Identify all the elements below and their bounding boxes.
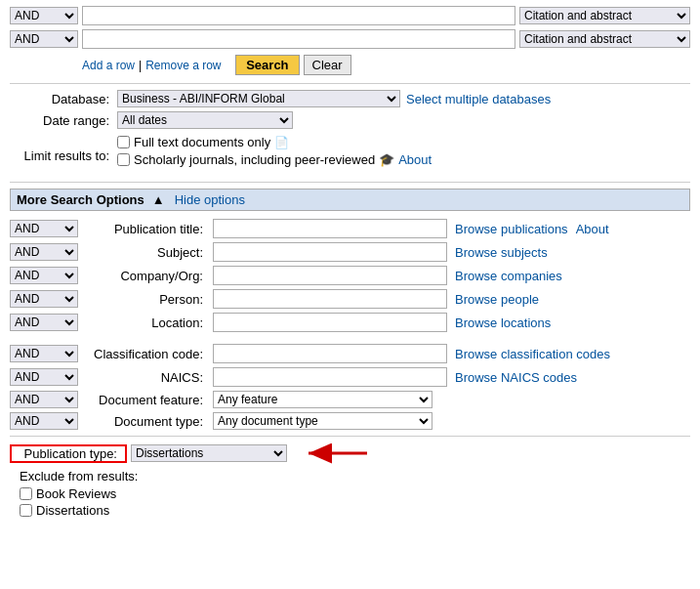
doc-feature-label: Document feature: (82, 393, 209, 407)
operator-select-1[interactable]: ANDORNOT (10, 7, 78, 24)
company-label: Company/Org: (82, 269, 209, 283)
doc-feature-row: ANDORNOT Document feature: Any feature C… (10, 391, 690, 408)
company-operator[interactable]: ANDORNOT (10, 267, 78, 284)
location-row: ANDORNOT Location: Browse locations (10, 313, 690, 332)
browse-naics-link[interactable]: Browse NAICS codes (455, 370, 577, 385)
naics-row: ANDORNOT NAICS: Browse NAICS codes (10, 367, 690, 387)
subject-label: Subject: (82, 245, 209, 260)
browse-companies-link[interactable]: Browse companies (455, 269, 562, 283)
separator: | (139, 59, 142, 72)
limit-label: Limit results to: (10, 148, 117, 163)
classification-label: Classification code: (82, 347, 209, 361)
search-button[interactable]: Search (235, 55, 299, 75)
exclude-label: Exclude from results: (20, 469, 690, 484)
remove-row-link[interactable]: Remove a row (145, 59, 221, 72)
divider-2 (10, 182, 690, 183)
pub-title-input[interactable] (213, 219, 447, 238)
pub-type-label: Publication type: (10, 444, 127, 463)
company-row: ANDORNOT Company/Org: Browse companies (10, 266, 690, 285)
operator-select-2[interactable]: ANDORNOT (10, 30, 78, 48)
naics-label: NAICS: (82, 370, 209, 385)
browse-subjects-link[interactable]: Browse subjects (455, 245, 548, 260)
add-row-link[interactable]: Add a row (82, 59, 135, 72)
person-input[interactable] (213, 289, 447, 309)
red-arrow-icon (299, 442, 377, 464)
browse-locations-link[interactable]: Browse locations (455, 316, 551, 330)
browse-classification-link[interactable]: Browse classification codes (455, 347, 610, 361)
pub-type-select[interactable]: All Dissertations Journals Newspapers Wi… (131, 444, 287, 462)
location-label: Location: (82, 316, 209, 330)
database-label: Database: (10, 92, 117, 106)
pub-title-row: ANDORNOT Publication title: Browse publi… (10, 219, 690, 238)
exclude-dissertations-label: Dissertations (36, 503, 109, 518)
fulltext-limit-row: Full text documents only 📄 (117, 135, 432, 149)
browse-publications-link[interactable]: Browse publications (455, 222, 568, 236)
exclude-book-reviews-label: Book Reviews (36, 486, 116, 501)
subject-operator[interactable]: ANDORNOT (10, 243, 78, 261)
mortar-icon: 🎓 (379, 152, 394, 167)
row-actions: Add a row | Remove a row Search Clear (82, 55, 690, 75)
person-row: ANDORNOT Person: Browse people (10, 289, 690, 309)
pub-type-row: Publication type: All Dissertations Jour… (10, 442, 690, 464)
pub-title-label: Publication title: (82, 222, 209, 236)
doc-feature-operator[interactable]: ANDORNOT (10, 391, 78, 408)
exclude-book-reviews-row: Book Reviews (20, 486, 690, 501)
limit-label-row: Limit results to: Full text documents on… (10, 135, 690, 176)
field-select-2[interactable]: Citation and abstract Title Abstract Aut… (519, 30, 690, 48)
pub-type-section: Publication type: All Dissertations Jour… (10, 442, 690, 464)
search-input-1[interactable] (82, 6, 515, 25)
about-publications-link[interactable]: About (576, 222, 609, 236)
divider-1 (10, 83, 690, 84)
exclude-section: Exclude from results: Book Reviews Disse… (20, 469, 690, 518)
exclude-dissertations-checkbox[interactable] (20, 504, 32, 517)
date-range-select[interactable]: All dates Last year Last 5 years (117, 111, 293, 129)
doc-feature-select[interactable]: Any feature Charts Diagrams Graphs Maps … (213, 391, 432, 408)
browse-people-link[interactable]: Browse people (455, 292, 539, 307)
company-input[interactable] (213, 266, 447, 285)
adv-rows-section-1: ANDORNOT Publication title: Browse publi… (10, 219, 690, 332)
classification-row: ANDORNOT Classification code: Browse cla… (10, 344, 690, 363)
more-options-bar: More Search Options ▲ Hide options (10, 189, 690, 211)
limit-options: Full text documents only 📄 Scholarly jou… (117, 135, 432, 170)
scholarly-checkbox[interactable] (117, 153, 130, 166)
person-operator[interactable]: ANDORNOT (10, 290, 78, 308)
classification-operator[interactable]: ANDORNOT (10, 345, 78, 362)
search-rows-section: ANDORNOT Citation and abstract Title Abs… (10, 6, 690, 49)
search-row-2: ANDORNOT Citation and abstract Title Abs… (10, 29, 690, 49)
pub-title-operator[interactable]: ANDORNOT (10, 220, 78, 237)
subject-row: ANDORNOT Subject: Browse subjects (10, 242, 690, 262)
exclude-book-reviews-checkbox[interactable] (20, 487, 32, 500)
options-section: Database: Business - ABI/INFORM Global A… (10, 90, 690, 129)
caret-up-icon: ▲ (152, 192, 165, 207)
doc-type-operator[interactable]: ANDORNOT (10, 412, 78, 430)
subject-input[interactable] (213, 242, 447, 262)
select-databases-link[interactable]: Select multiple databases (406, 92, 551, 106)
date-range-row: Date range: All dates Last year Last 5 y… (10, 111, 690, 129)
naics-input[interactable] (213, 367, 447, 387)
more-options-label: More Search Options (17, 192, 144, 207)
hide-options-link[interactable]: Hide options (175, 192, 245, 207)
location-operator[interactable]: ANDORNOT (10, 314, 78, 331)
database-select[interactable]: Business - ABI/INFORM Global ABI/INFORM … (117, 90, 400, 107)
fulltext-checkbox[interactable] (117, 136, 130, 148)
doc-type-label: Document type: (82, 414, 209, 429)
naics-operator[interactable]: ANDORNOT (10, 368, 78, 386)
scholarly-limit-row: Scholarly journals, including peer-revie… (117, 152, 432, 167)
clear-button[interactable]: Clear (304, 55, 351, 75)
field-select-1[interactable]: Citation and abstract Title Abstract Aut… (519, 7, 690, 24)
doc-type-row: ANDORNOT Document type: Any document typ… (10, 412, 690, 430)
classification-input[interactable] (213, 344, 447, 363)
about-scholarly-link[interactable]: About (398, 152, 432, 167)
search-input-2[interactable] (82, 29, 515, 49)
fulltext-label: Full text documents only (134, 135, 270, 149)
doc-icon: 📄 (274, 136, 289, 149)
main-container: ANDORNOT Citation and abstract Title Abs… (0, 0, 700, 526)
divider-3 (10, 436, 690, 437)
adv-rows-section-2: ANDORNOT Classification code: Browse cla… (10, 344, 690, 430)
location-input[interactable] (213, 313, 447, 332)
exclude-dissertations-row: Dissertations (20, 503, 690, 518)
scholarly-label: Scholarly journals, including peer-revie… (134, 152, 375, 167)
doc-type-select[interactable]: Any document type Article Book review Di… (213, 412, 432, 430)
search-row-1: ANDORNOT Citation and abstract Title Abs… (10, 6, 690, 25)
person-label: Person: (82, 292, 209, 307)
